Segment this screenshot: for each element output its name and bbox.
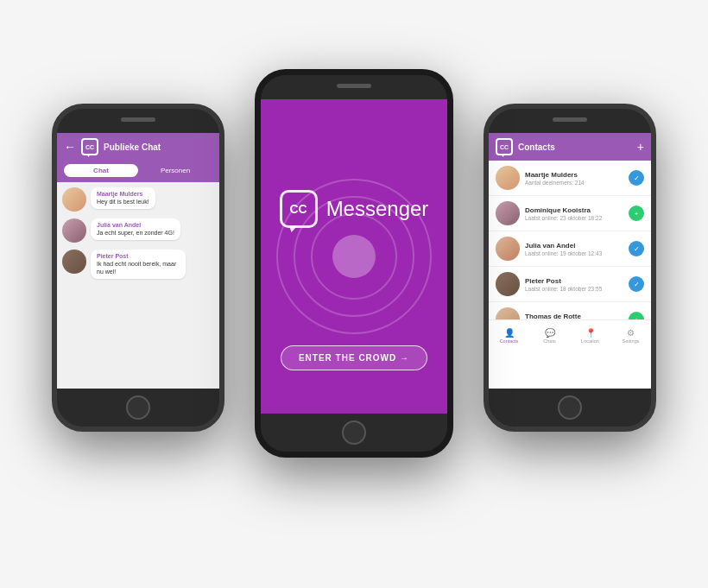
contact-name-4: Pieter Post (525, 277, 623, 285)
back-arrow[interactable]: ← (64, 140, 76, 154)
nav-settings[interactable]: ⚙ Settings (610, 320, 651, 351)
phone-left: ← CC Publieke Chat Chat Personen Maartje… (52, 104, 224, 432)
avatar-pieter (62, 250, 86, 274)
msg-text-3: Ik had echt nooit bereik, maar nu wel! (97, 260, 180, 275)
msg-text-1: Hey dit is best leuk! (97, 198, 149, 205)
chat-body: Maartje Mulders Hey dit is best leuk! Ju… (57, 182, 219, 389)
avatar-julia (62, 218, 86, 243)
msg-name-1: Maartje Mulders (97, 191, 149, 197)
msg-name-2: Julia van Andel (97, 222, 174, 228)
cc-logo-left: CC (81, 138, 98, 155)
chat-msg-1: Maartje Mulders Hey dit is best leuk! (62, 187, 214, 212)
contacts-nav-icon: 👤 (504, 328, 515, 338)
nav-settings-label: Settings (623, 338, 640, 344)
cc-logo-right: CC (496, 138, 513, 155)
contact-name-3: Julia van Andel (525, 242, 623, 250)
contact-status-4: ✓ (629, 276, 644, 292)
contact-info-2: Dominique Kooistra Laatst online: 23 okt… (525, 206, 623, 221)
msg-bubble-1: Maartje Mulders Hey dit is best leuk! (91, 187, 155, 209)
center-screen: CC Messenger ENTER THE CROWD → (261, 99, 447, 414)
phone-speaker-right (553, 117, 587, 122)
contact-info-4: Pieter Post Laatst online: 18 oktober 23… (525, 277, 623, 292)
home-button-right[interactable] (558, 395, 582, 420)
center-dot (332, 235, 376, 278)
contact-status-2: + (629, 205, 644, 221)
contact-item-1[interactable]: Maartje Mulders Aantal deelnemers: 214 ✓ (489, 161, 651, 196)
contact-name-1: Maartje Mulders (525, 171, 623, 179)
add-contact-button[interactable]: + (637, 140, 644, 154)
settings-nav-icon: ⚙ (627, 328, 635, 338)
avatar-contact-1 (496, 166, 520, 190)
phones-container: ← CC Publieke Chat Chat Personen Maartje… (0, 0, 708, 588)
contact-item-4[interactable]: Pieter Post Laatst online: 18 oktober 23… (489, 267, 651, 302)
chats-nav-icon: 💬 (545, 328, 555, 338)
cc-brand: CC Messenger (280, 190, 429, 228)
msg-bubble-3: Pieter Post Ik had echt nooit bereik, ma… (91, 250, 186, 279)
contact-item-2[interactable]: Dominique Kooistra Laatst online: 23 okt… (489, 196, 651, 231)
contact-sub-4: Laatst online: 18 oktober 23:55 (525, 286, 623, 292)
contact-info-1: Maartje Mulders Aantal deelnemers: 214 (525, 171, 623, 186)
phone-speaker-center (337, 84, 371, 88)
nav-chats-label: Chats (543, 338, 555, 344)
nav-contacts[interactable]: 👤 Contacts (489, 320, 529, 351)
chat-header-title: Publieke Chat (104, 142, 161, 152)
chat-msg-2: Julia van Andel Ja echt super, en zonder… (62, 218, 214, 243)
tab-chat[interactable]: Chat (64, 164, 138, 177)
contact-item-3[interactable]: Julia van Andel Laatst online: 19 oktobe… (489, 231, 651, 267)
nav-contacts-label: Contacts (500, 338, 519, 344)
brand-name: Messenger (326, 197, 429, 221)
home-button-center[interactable] (342, 420, 366, 445)
contact-sub-3: Laatst online: 19 oktober 12:43 (525, 250, 623, 256)
chat-msg-3: Pieter Post Ik had echt nooit bereik, ma… (62, 250, 214, 279)
phone-speaker-left (121, 117, 155, 122)
chat-header: ← CC Publieke Chat (57, 133, 219, 161)
screen-center: CC Messenger ENTER THE CROWD → (261, 99, 447, 414)
msg-text-2: Ja echt super, en zonder 4G! (97, 229, 174, 237)
contacts-header: CC Contacts + (489, 133, 651, 161)
cc-logo-center: CC (280, 190, 318, 228)
contact-sub-2: Laatst online: 23 oktober 18:22 (525, 215, 623, 221)
contact-sub-1: Aantal deelnemers: 214 (525, 180, 623, 186)
avatar-contact-2 (496, 201, 520, 225)
nav-location-label: Location (581, 338, 599, 344)
tab-personen[interactable]: Personen (138, 164, 212, 177)
phone-center: CC Messenger ENTER THE CROWD → (255, 69, 453, 458)
contact-info-3: Julia van Andel Laatst online: 19 oktobe… (525, 242, 623, 256)
phone-right: CC Contacts + Maartje Mulders Aantal dee… (484, 104, 656, 432)
msg-name-3: Pieter Post (97, 253, 180, 259)
enter-crowd-button[interactable]: ENTER THE CROWD → (281, 345, 427, 370)
bottom-nav: 👤 Contacts 💬 Chats 📍 Location ⚙ Settings (489, 319, 651, 351)
msg-bubble-2: Julia van Andel Ja echt super, en zonder… (91, 218, 180, 240)
nav-chats[interactable]: 💬 Chats (529, 320, 570, 351)
contacts-title: Contacts (518, 142, 632, 152)
contact-status-1: ✓ (629, 170, 644, 186)
contact-status-3: ✓ (629, 241, 644, 256)
home-button-left[interactable] (126, 395, 150, 420)
avatar-contact-4 (496, 272, 520, 296)
nav-location[interactable]: 📍 Location (570, 320, 610, 351)
contact-name-2: Dominique Kooistra (525, 206, 623, 214)
screen-right: CC Contacts + Maartje Mulders Aantal dee… (489, 133, 651, 389)
avatar-maartje (62, 187, 86, 212)
location-nav-icon: 📍 (585, 328, 596, 338)
avatar-contact-3 (496, 237, 520, 261)
screen-left: ← CC Publieke Chat Chat Personen Maartje… (57, 133, 219, 389)
chat-tabs: Chat Personen (57, 161, 219, 182)
